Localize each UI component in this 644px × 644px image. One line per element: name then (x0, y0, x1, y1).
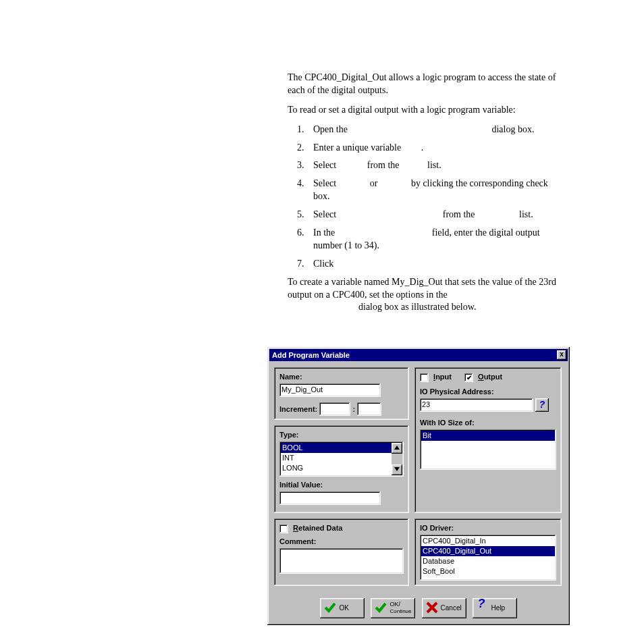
type-scrollbar[interactable] (392, 443, 402, 475)
io-driver-label: IO Driver: (420, 524, 556, 532)
svg-marker-1 (394, 467, 400, 471)
io-size-label: With IO Size of: (420, 419, 556, 427)
io-driver-item-digital-out[interactable]: CPC400_Digital_Out (421, 546, 555, 556)
question-icon: ? (539, 399, 545, 410)
io-address-help-button[interactable]: ? (535, 398, 549, 412)
checkbox-checked-icon: ✔ (464, 373, 473, 382)
name-panel: Name: My_Dig_Out Increment: : (274, 367, 409, 420)
name-label: Name: (279, 373, 404, 381)
type-item-int[interactable]: INT (281, 453, 402, 463)
io-address-input[interactable]: 23 (420, 398, 533, 412)
initial-value-input[interactable] (279, 491, 381, 505)
io-driver-item-digital-in[interactable]: CPC400_Digital_In (421, 536, 555, 546)
dialog-titlebar[interactable]: Add Program Variable x (269, 349, 568, 361)
io-driver-item-soft-bool[interactable]: Soft_Bool (421, 566, 555, 576)
intro-paragraph: The CPC400_Digital_Out allows a logic pr… (288, 72, 564, 97)
io-address-label: IO Physical Address: (420, 387, 556, 396)
type-item-bool[interactable]: BOOL (281, 443, 402, 453)
io-size-listbox[interactable]: Bit (420, 429, 556, 470)
question-icon: ? (478, 600, 485, 608)
type-label: Type: (279, 431, 404, 439)
input-checkbox[interactable]: Input (420, 373, 454, 381)
step-3: Select from the list. (306, 159, 564, 172)
type-item-long[interactable]: LONG (281, 463, 402, 473)
comment-input[interactable] (279, 548, 404, 574)
step-5: Select from the list. (306, 209, 564, 221)
io-panel: Input ✔ Output IO Physical Address: 23 ?… (414, 367, 562, 513)
close-icon: x (560, 350, 564, 358)
retained-data-checkbox[interactable]: Retained Data (279, 524, 404, 533)
output-checkbox[interactable]: ✔ Output (464, 373, 502, 381)
comment-panel: Retained Data Comment: (274, 518, 409, 586)
example-paragraph: To create a variable named My_Dig_Out th… (288, 276, 564, 315)
steps-list: Open the dialog box. Enter a unique vari… (288, 124, 564, 271)
type-listbox[interactable]: BOOL INT LONG (279, 441, 404, 477)
io-driver-listbox[interactable]: CPC400_Digital_In CPC400_Digital_Out Dat… (420, 535, 556, 581)
checkbox-unchecked-icon (279, 525, 288, 533)
increment-input-2[interactable] (357, 402, 381, 416)
scroll-up-button[interactable] (392, 443, 402, 454)
add-program-variable-dialog: Add Program Variable x Name: My_Dig_Out … (267, 347, 570, 625)
lead-sentence: To read or set a digital output with a l… (288, 104, 564, 117)
close-button[interactable]: x (557, 350, 566, 360)
name-input[interactable]: My_Dig_Out (279, 383, 381, 397)
dialog-button-row: OK OK/ Continue Cancel ? Help (267, 598, 570, 618)
document-body: The CPC400_Digital_Out allows a logic pr… (288, 72, 564, 321)
io-driver-panel: IO Driver: CPC400_Digital_In CPC400_Digi… (414, 518, 562, 586)
initial-value-label: Initial Value: (279, 481, 404, 489)
comment-label: Comment: (279, 537, 404, 545)
io-driver-item-database[interactable]: Database (421, 556, 555, 566)
scroll-down-button[interactable] (392, 464, 402, 475)
ok-continue-button[interactable]: OK/ Continue (371, 598, 415, 618)
ok-button[interactable]: OK (320, 598, 365, 618)
increment-input-1[interactable] (319, 402, 350, 416)
checkmark-icon (324, 601, 336, 615)
step-7: Click (306, 258, 564, 271)
increment-label: Increment: (279, 405, 317, 413)
chevron-down-icon (394, 467, 400, 471)
step-4: Select or by clicking the corresponding … (306, 178, 564, 203)
type-panel: Type: BOOL INT LONG Initial Value: (274, 425, 409, 513)
io-size-item-bit[interactable]: Bit (421, 431, 555, 441)
x-icon (426, 601, 438, 615)
cancel-button[interactable]: Cancel (422, 598, 466, 618)
dialog-title: Add Program Variable (272, 351, 350, 359)
chevron-up-icon (394, 446, 400, 450)
checkbox-unchecked-icon (420, 373, 429, 382)
checkmark-icon (375, 601, 387, 615)
svg-marker-0 (394, 446, 400, 450)
step-6: In the field, enter the digital output n… (306, 227, 564, 252)
help-button[interactable]: ? Help (473, 598, 517, 618)
step-2: Enter a unique variable . (306, 142, 564, 155)
step-1: Open the dialog box. (306, 124, 564, 136)
